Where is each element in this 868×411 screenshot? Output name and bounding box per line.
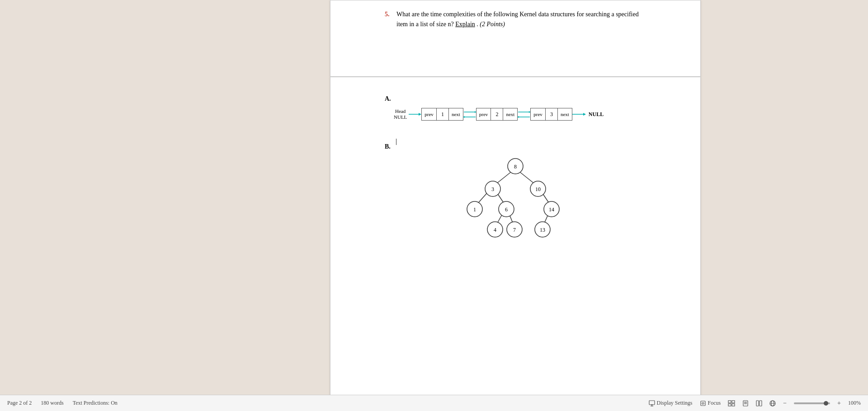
svg-point-43 bbox=[702, 402, 704, 404]
svg-text:7: 7 bbox=[513, 227, 516, 233]
explain-underline: Explain bbox=[455, 21, 475, 28]
double-arrow-1-2 bbox=[463, 111, 476, 118]
main-area: 5. What are the time complexities of the… bbox=[0, 0, 868, 395]
end-null-label: NULL bbox=[589, 111, 604, 118]
svg-text:10: 10 bbox=[535, 186, 541, 192]
svg-rect-52 bbox=[756, 401, 759, 406]
section-a-label: A. bbox=[385, 95, 646, 103]
svg-rect-47 bbox=[732, 404, 735, 406]
focus-icon bbox=[700, 400, 706, 406]
svg-rect-53 bbox=[760, 401, 762, 406]
ll-cell-val-2: 2 bbox=[491, 108, 503, 120]
zoom-plus[interactable]: + bbox=[837, 400, 841, 407]
ll-cell-next-1: next bbox=[449, 108, 463, 120]
ll-node-1: prev 1 next bbox=[421, 108, 463, 121]
head-arrow-right bbox=[409, 111, 421, 117]
status-bar-right: Display Settings Focus bbox=[649, 400, 861, 407]
view-mode-4[interactable] bbox=[769, 400, 776, 406]
text-cursor bbox=[396, 139, 396, 145]
ll-cell-prev-1: prev bbox=[422, 108, 437, 120]
section-b-label: B. bbox=[385, 143, 391, 150]
view-mode-3[interactable] bbox=[756, 400, 762, 406]
svg-rect-48 bbox=[743, 401, 748, 406]
svg-rect-42 bbox=[701, 401, 705, 406]
binary-tree-svg: 8 3 10 1 6 14 bbox=[448, 155, 583, 245]
page-info: Page 2 of 2 bbox=[7, 400, 32, 406]
svg-text:6: 6 bbox=[505, 206, 508, 213]
pages-container: 5. What are the time complexities of the… bbox=[330, 0, 701, 395]
zoom-slider[interactable] bbox=[794, 402, 830, 404]
section-b-content: B. bbox=[385, 139, 646, 150]
svg-marker-5 bbox=[463, 116, 465, 118]
page-bottom: A. Head NULL prev 1 next bbox=[330, 77, 701, 395]
ll-cell-next-3: next bbox=[558, 108, 572, 120]
display-settings-icon bbox=[649, 400, 655, 406]
zoom-thumb bbox=[824, 401, 828, 406]
svg-text:8: 8 bbox=[514, 163, 517, 170]
svg-rect-46 bbox=[728, 404, 731, 406]
question-text: What are the time complexities of the fo… bbox=[396, 9, 646, 30]
question-5: 5. What are the time complexities of the… bbox=[385, 9, 646, 30]
focus-btn[interactable]: Focus bbox=[700, 400, 721, 406]
grid-view-icon bbox=[728, 400, 735, 406]
svg-text:3: 3 bbox=[491, 186, 494, 192]
ll-cell-prev-3: prev bbox=[531, 108, 546, 120]
page-top: 5. What are the time complexities of the… bbox=[330, 0, 701, 77]
ll-cell-next-2: next bbox=[503, 108, 517, 120]
status-bar: Page 2 of 2 180 words Text Predictions: … bbox=[0, 395, 868, 411]
svg-rect-44 bbox=[728, 401, 731, 403]
layout-view-icon bbox=[756, 400, 762, 406]
web-view-icon bbox=[769, 400, 776, 406]
svg-marker-9 bbox=[517, 116, 519, 118]
ll-node-2: prev 2 next bbox=[476, 108, 518, 121]
svg-text:4: 4 bbox=[494, 227, 496, 233]
linked-list-diagram: Head NULL prev 1 next bbox=[394, 108, 646, 121]
page-view-icon bbox=[742, 400, 749, 406]
display-settings-btn[interactable]: Display Settings bbox=[649, 400, 693, 406]
points-text: (2 Points) bbox=[480, 21, 505, 28]
svg-text:1: 1 bbox=[473, 206, 476, 213]
ll-node-3: prev 3 next bbox=[530, 108, 572, 121]
svg-rect-45 bbox=[732, 401, 735, 403]
double-arrow-2-3 bbox=[518, 111, 530, 118]
question-number: 5. bbox=[385, 9, 393, 30]
word-count: 180 words bbox=[41, 400, 63, 406]
view-mode-2[interactable] bbox=[742, 400, 749, 406]
text-predictions: Text Predictions: On bbox=[73, 400, 118, 406]
svg-marker-11 bbox=[583, 113, 586, 116]
zoom-level: 100% bbox=[848, 400, 861, 406]
ll-cell-val-3: 3 bbox=[546, 108, 558, 120]
ll-cell-val-1: 1 bbox=[437, 108, 449, 120]
tree-diagram: 8 3 10 1 6 14 bbox=[385, 155, 646, 245]
view-mode-1[interactable] bbox=[728, 400, 735, 406]
end-arrow-right bbox=[572, 111, 587, 117]
svg-text:14: 14 bbox=[549, 206, 554, 213]
svg-text:13: 13 bbox=[540, 227, 545, 233]
ll-cell-prev-2: prev bbox=[476, 108, 491, 120]
section-b: B. bbox=[385, 139, 646, 245]
svg-rect-38 bbox=[649, 401, 655, 405]
zoom-minus[interactable]: − bbox=[783, 400, 787, 407]
head-null-label: Head NULL bbox=[394, 108, 407, 120]
